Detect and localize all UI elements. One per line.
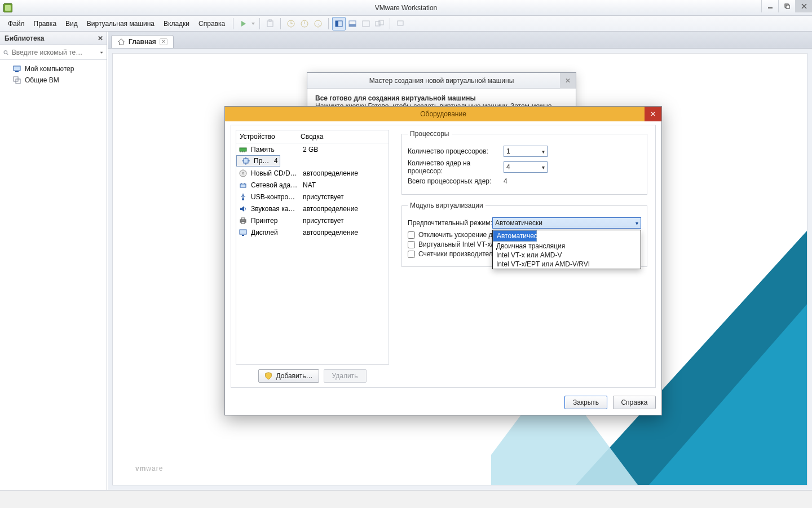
virt-mode-label: Предпочтительный режим: [408, 219, 492, 227]
toolbar-clock3-icon[interactable] [311, 17, 325, 30]
device-summary: автоопределение [299, 168, 389, 178]
hardware-titlebar[interactable]: Оборудование ✕ [225, 107, 661, 121]
summary-column-header: Сводка [297, 130, 389, 143]
svg-marker-33 [649, 304, 807, 485]
hardware-close-button[interactable]: ✕ [645, 107, 661, 121]
window-minimize-button[interactable] [761, 0, 778, 12]
checkbox[interactable] [408, 231, 415, 239]
toolbar-view1-icon[interactable] [332, 17, 346, 30]
device-summary: NAT [299, 180, 389, 190]
toolbar-thumbnail-icon[interactable] [394, 17, 407, 30]
hardware-row-net[interactable]: Сетевой адап…NAT [236, 179, 389, 191]
toolbar-fullscreen-icon[interactable] [359, 17, 373, 30]
checkbox[interactable] [408, 241, 415, 248]
tree-item-shared-vms[interactable]: Общие ВМ [2, 75, 104, 86]
dropdown-option[interactable]: Двоичная трансляция [493, 242, 641, 251]
net-icon [239, 181, 248, 190]
printer-icon [239, 216, 248, 225]
library-title: Библиотека [5, 34, 44, 42]
processors-legend: Процессоры [408, 130, 452, 138]
device-summary: присутствует [299, 216, 389, 226]
window-maximize-button[interactable] [778, 0, 795, 12]
library-header: Библиотека ✕ [0, 32, 107, 45]
window-close-button[interactable] [795, 0, 812, 12]
device-column-header: Устройство [236, 130, 297, 143]
svg-line-15 [318, 24, 320, 25]
svg-rect-35 [240, 148, 246, 151]
tree-item-label: Мой компьютер [25, 65, 74, 73]
toolbar-clock1-icon[interactable] [284, 17, 298, 30]
device-summary: 4 [271, 156, 277, 166]
checkbox[interactable] [408, 251, 415, 258]
dropdown-option[interactable]: Intel VT-x/EPT или AMD-V/RVI [493, 260, 641, 269]
virt-mode-combo[interactable]: Автоматически▾ [492, 217, 641, 229]
wizard-close-button[interactable]: ✕ [560, 73, 576, 89]
toolbar-unity-icon[interactable] [373, 17, 386, 30]
device-summary: присутствует [299, 192, 389, 202]
hardware-row-sound[interactable]: Звуковая картаавтоопределение [236, 203, 389, 214]
wizard-title-text: Мастер создания новой виртуальной машины [369, 77, 514, 85]
taskbar [0, 490, 812, 508]
svg-rect-20 [363, 21, 369, 27]
tab-close-icon[interactable]: ✕ [160, 38, 167, 45]
sound-icon [239, 204, 248, 213]
svg-marker-53 [240, 206, 244, 212]
shield-add-icon [264, 372, 272, 380]
hardware-remove-button: Удалить [324, 369, 367, 383]
memory-icon [239, 145, 248, 154]
svg-rect-17 [336, 21, 338, 27]
hardware-left-panel: Устройство Сводка Память2 GBПроцессор4Но… [231, 125, 394, 387]
toolbar-view2-icon[interactable] [346, 17, 359, 30]
tree-item-label: Общие ВМ [25, 76, 59, 84]
hardware-add-button[interactable]: Добавить… [258, 369, 319, 383]
home-icon [117, 38, 125, 46]
svg-rect-28 [15, 71, 19, 72]
hardware-help-button[interactable]: Справка [613, 396, 656, 409]
virt-legend: Модуль виртуализации [408, 202, 486, 209]
hardware-close-dialog-button[interactable]: Закрыть [564, 396, 607, 409]
virt-mode-dropdown[interactable]: Автоматически Двоичная трансляция Intel … [492, 230, 641, 269]
search-icon [3, 49, 8, 56]
hardware-row-usb[interactable]: USB-контроллерприсутствует [236, 191, 389, 203]
library-search[interactable] [0, 45, 107, 60]
hardware-row-cd[interactable]: Новый CD/DV…автоопределение [236, 167, 389, 179]
library-search-input[interactable] [12, 49, 96, 56]
device-name: Процессор [253, 156, 271, 166]
chevron-down-icon[interactable] [100, 50, 103, 55]
tabstrip: Главная ✕ [108, 32, 812, 49]
menu-view[interactable]: Вид [61, 17, 82, 30]
toolbar-clock2-icon[interactable] [298, 17, 311, 30]
toolbar-play-button[interactable] [237, 17, 250, 30]
shared-vms-icon [12, 76, 21, 85]
device-name: Принтер [250, 216, 299, 226]
proc-cores-select[interactable]: 4▾ [504, 161, 548, 173]
dropdown-option[interactable]: Автоматически [493, 230, 537, 242]
tree-item-my-computer[interactable]: Мой компьютер [2, 63, 104, 75]
hardware-row-cpu[interactable]: Процессор4 [236, 155, 280, 167]
proc-cores-label: Количество ядер на процессор: [408, 159, 504, 175]
menu-file[interactable]: Файл [3, 17, 29, 30]
app-icon [3, 3, 12, 12]
device-name: Дисплей [250, 227, 299, 238]
svg-rect-39 [244, 159, 248, 163]
menu-edit[interactable]: Правка [29, 17, 61, 30]
computer-icon [12, 64, 21, 73]
hardware-row-memory[interactable]: Память2 GB [236, 143, 389, 155]
menubar: Файл Правка Вид Виртуальная машина Вклад… [0, 16, 812, 32]
menu-help[interactable]: Справка [194, 17, 230, 30]
vmware-logo: vmware [135, 457, 163, 475]
dropdown-option[interactable]: Intel VT-x или AMD-V [493, 251, 641, 260]
svg-marker-6 [251, 23, 255, 25]
hardware-row-display[interactable]: Дисплейавтоопределение [236, 226, 389, 238]
menu-vm[interactable]: Виртуальная машина [82, 17, 159, 30]
hardware-row-printer[interactable]: Принтерприсутствует [236, 214, 389, 226]
toolbar-play-dropdown[interactable] [250, 17, 256, 30]
add-label: Добавить… [276, 372, 312, 380]
proc-count-select[interactable]: 1▾ [504, 146, 548, 157]
tab-home[interactable]: Главная ✕ [111, 35, 174, 48]
library-close-icon[interactable]: ✕ [98, 34, 103, 42]
svg-rect-21 [376, 21, 380, 26]
device-summary: автоопределение [299, 227, 389, 238]
toolbar-snapshot-icon[interactable] [263, 17, 277, 30]
menu-tabs[interactable]: Вкладки [159, 17, 194, 30]
